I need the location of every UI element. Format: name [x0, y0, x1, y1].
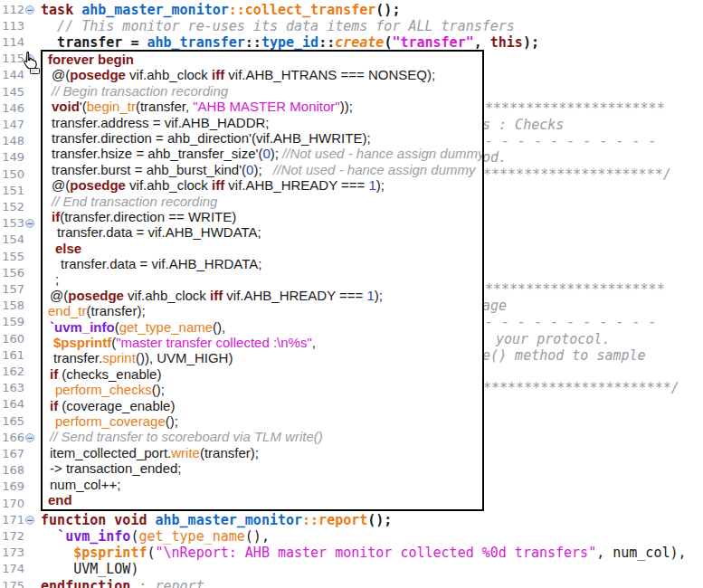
code-token: perform_coverage: [55, 413, 166, 429]
code-token: item_collected_port.: [50, 445, 171, 460]
line-number: 160: [0, 332, 24, 346]
line-number: 144: [0, 68, 24, 81]
occluded-comment-fragment: **********************/: [483, 166, 671, 183]
code-token: iff: [212, 177, 224, 193]
popup-code-line: // End transaction recording: [43, 194, 482, 209]
code-token: ahb_master_monitor: [81, 2, 229, 18]
code-line[interactable]: task ahb_master_monitor::collect_transfe…: [24, 2, 400, 18]
code-token: (: [147, 545, 155, 561]
code-token: @(: [50, 288, 68, 303]
line-number: 163: [0, 381, 24, 394]
code-line[interactable]: // This monitor re-uses its data items f…: [24, 18, 515, 34]
code-token: vif.AHB_HREADY ===: [223, 288, 366, 303]
occluded-comment-fragment: ***********************/: [483, 380, 679, 396]
popup-code-line: $psprintf("master transfer collected :\n…: [43, 335, 482, 350]
occluded-comment-fragment: - - - - - - - - - - -: [485, 314, 657, 330]
code-token: (),: [245, 528, 270, 545]
popup-code-line: transfer.address = vif.AHB_HADDR;: [43, 115, 482, 130]
line-number: 169: [0, 479, 24, 493]
code-token: transfer.burst = ahb_burst_kind'(: [52, 162, 246, 177]
code-token: );: [253, 162, 273, 177]
code-token: posedge: [70, 67, 126, 82]
code-token: 0: [262, 146, 270, 161]
fold-expanded-icon[interactable]: −: [25, 433, 34, 442]
code-token: vif.ahb_clock: [124, 288, 210, 303]
editor-row: 175 endfunction : report: [0, 578, 703, 588]
code-line[interactable]: endfunction : report: [24, 578, 204, 588]
line-number: 152: [0, 200, 24, 213]
popup-code-line: void'(begin_tr(transfer, "AHB MASTER Mon…: [43, 99, 482, 114]
popup-code-line: end_tr(transfer);: [43, 303, 482, 318]
code-token: // Send transfer to scoreboard via TLM w…: [50, 429, 323, 444]
line-number: 113: [0, 19, 24, 33]
code-token: get_type_name: [138, 528, 244, 545]
code-token: // Begin transaction recording: [52, 83, 228, 99]
occluded-comment-fragment: **********************: [485, 281, 665, 298]
code-token: //Not used - hance assign dummy: [273, 162, 475, 177]
code-token: $psprintf: [53, 335, 111, 350]
line-number: 147: [0, 118, 24, 131]
editor-row: 172 `uvm_info(get_type_name(),: [0, 528, 703, 545]
code-token: ;: [55, 271, 59, 287]
code-token: "AHB MASTER Monitor": [193, 99, 339, 114]
code-token: iff: [212, 67, 224, 82]
code-token: [24, 528, 57, 545]
line-number: 158: [0, 299, 24, 312]
code-token: posedge: [70, 177, 126, 193]
code-token: // This monitor re-uses its data items f…: [24, 18, 515, 34]
code-token: );: [376, 177, 385, 193]
code-token: //Not used - hance assign dummy: [282, 146, 484, 161]
code-line[interactable]: UVM_LOW): [24, 561, 138, 577]
code-token: , num_col),: [596, 545, 686, 561]
occluded-comment-fragment: e() method to sample: [482, 347, 646, 364]
code-token: end: [48, 492, 72, 507]
line-number: 145: [0, 85, 24, 99]
code-token: transfer =: [24, 34, 147, 51]
code-token: vif.ahb_clock: [126, 177, 212, 193]
code-line[interactable]: $psprintf("\nReport: AHB master monitor …: [24, 545, 687, 561]
code-token: write: [171, 445, 200, 460]
line-number: 149: [0, 150, 24, 164]
line-number: 164: [0, 397, 24, 411]
code-line[interactable]: `uvm_info(get_type_name(),: [24, 528, 270, 545]
code-line[interactable]: function void ahb_master_monitor::report…: [24, 512, 392, 528]
code-token: ahb_transfer: [147, 34, 244, 51]
code-token: "master transfer collected :\n%s": [116, 335, 312, 350]
line-number: 168: [0, 463, 24, 477]
line-number: 112: [0, 3, 24, 16]
popup-code-line: // Begin transaction recording: [43, 83, 482, 99]
popup-code-line: transfer.data = vif.AHB_HWDATA;: [43, 224, 482, 240]
code-token: ::: [318, 34, 335, 51]
code-token: (transfer,: [136, 99, 193, 114]
code-token: create: [335, 34, 384, 51]
editor-row: 171− function void ahb_master_monitor::r…: [0, 512, 703, 529]
code-token: @(: [52, 67, 70, 82]
line-number: 175: [0, 579, 24, 588]
popup-code-line: item_collected_port.write(transfer);: [43, 445, 482, 460]
code-token: transfer.address = vif.AHB_HADDR;: [52, 115, 270, 130]
line-number: 173: [0, 545, 24, 559]
line-number: 146: [0, 101, 24, 115]
code-token: ));: [340, 99, 353, 114]
code-token: ::report: [302, 512, 367, 528]
code-token: else: [55, 241, 81, 256]
popup-code-line: transfer.hsize = ahb_transfer_size'(0); …: [43, 146, 482, 161]
popup-code-line: if (checks_enable): [43, 366, 482, 382]
occluded-comment-fragment: s : Checks: [482, 117, 564, 133]
code-token: transfer.data = vif.AHB_HRDATA;: [61, 256, 261, 271]
code-token: ahb_master_monitor: [156, 512, 303, 528]
popup-code-line: ;: [43, 271, 482, 287]
code-token: void: [52, 99, 80, 114]
code-token: posedge: [68, 288, 124, 303]
code-token: sprint: [102, 350, 136, 365]
code-token: ::collect_transfer: [229, 2, 376, 18]
editor-row: 174 UVM_LOW): [0, 561, 703, 578]
popup-code-line: perform_coverage();: [43, 413, 482, 429]
fold-expanded-icon[interactable]: −: [25, 219, 34, 228]
popup-code-line: @(posedge vif.ahb_clock iff vif.AHB_HREA…: [43, 288, 482, 303]
code-token: ,: [474, 34, 490, 51]
code-token: "transfer": [392, 34, 473, 51]
code-token: transfer.data = vif.AHB_HWDATA;: [57, 224, 261, 240]
code-token: type_id: [261, 34, 318, 51]
code-line[interactable]: transfer = ahb_transfer::type_id::create…: [24, 34, 539, 51]
